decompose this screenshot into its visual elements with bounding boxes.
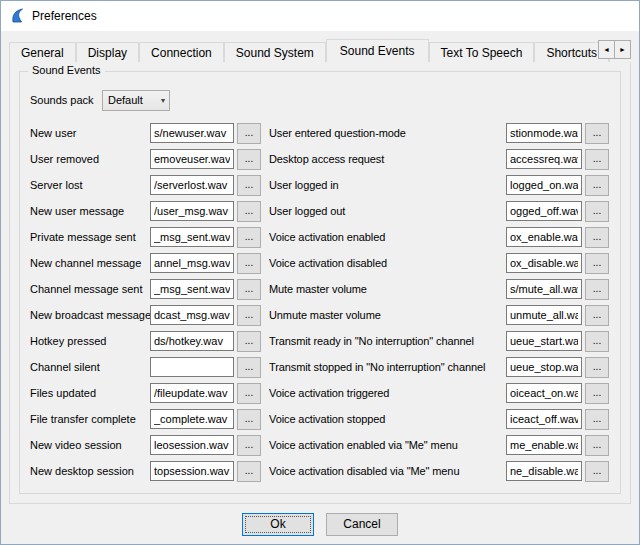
tab-scroll-left-button[interactable]: ◄ [598,40,615,59]
sound-file-input[interactable] [506,461,582,481]
sound-file-input[interactable] [150,279,234,299]
sound-event-row: User removed... [30,146,261,172]
arrow-left-icon: ◄ [603,46,610,53]
browse-button[interactable]: ... [585,331,609,352]
browse-button[interactable]: ... [585,201,609,222]
sound-events-groupbox: Sound Events Sounds pack Default ▾ New u… [19,71,621,494]
sound-event-row: Unmute master volume... [269,302,610,328]
sounds-pack-select[interactable]: Default ▾ [102,90,170,111]
sound-event-row: Channel silent... [30,354,261,380]
browse-button[interactable]: ... [237,279,261,300]
browse-button[interactable]: ... [237,201,261,222]
cancel-button[interactable]: Cancel [326,513,398,536]
sounds-pack-row: Sounds pack Default ▾ [30,88,610,112]
browse-button[interactable]: ... [585,279,609,300]
browse-button[interactable]: ... [585,149,609,170]
sound-event-label: File transfer complete [30,413,150,425]
sound-file-input[interactable] [150,149,234,169]
sound-event-label: New desktop session [30,465,150,477]
sound-file-input[interactable] [150,357,234,377]
tab-sound-system[interactable]: Sound System [224,42,326,62]
browse-button[interactable]: ... [237,357,261,378]
browse-button[interactable]: ... [585,227,609,248]
column-right: User entered question-mode...Desktop acc… [269,120,610,484]
browse-button[interactable]: ... [237,253,261,274]
sound-file-input[interactable] [506,305,582,325]
ok-button[interactable]: Ok [242,513,314,536]
sound-file-input[interactable] [506,123,582,143]
sound-file-input[interactable] [150,461,234,481]
sound-file-input[interactable] [150,435,234,455]
sound-file-input[interactable] [506,357,582,377]
browse-button[interactable]: ... [585,383,609,404]
titlebar[interactable]: Preferences [1,1,639,31]
sound-event-label: Private message sent [30,231,150,243]
sound-file-input[interactable] [150,123,234,143]
sound-file-input[interactable] [150,331,234,351]
sound-event-label: New video session [30,439,150,451]
browse-button[interactable]: ... [237,409,261,430]
tab-general[interactable]: General [9,42,76,62]
browse-button[interactable]: ... [585,305,609,326]
sound-file-input[interactable] [506,383,582,403]
sound-file-input[interactable] [150,253,234,273]
sound-file-input[interactable] [506,149,582,169]
browse-button[interactable]: ... [237,383,261,404]
chevron-down-icon: ▾ [161,96,165,105]
browse-button[interactable]: ... [237,123,261,144]
browse-button[interactable]: ... [585,123,609,144]
sound-event-row: New user message... [30,198,261,224]
browse-button[interactable]: ... [237,227,261,248]
sound-event-label: User logged in [269,179,506,191]
sound-file-input[interactable] [150,383,234,403]
sound-event-row: New channel message... [30,250,261,276]
sound-event-label: Hotkey pressed [30,335,150,347]
tab-sound-events[interactable]: Sound Events [326,39,429,62]
sounds-pack-value: Default [108,94,143,106]
sound-file-input[interactable] [150,201,234,221]
sound-file-input[interactable] [506,435,582,455]
sound-event-label: Voice activation stopped [269,413,506,425]
browse-button[interactable]: ... [237,305,261,326]
sound-event-label: New user [30,127,150,139]
tab-connection[interactable]: Connection [139,42,224,62]
sound-file-input[interactable] [506,175,582,195]
browse-button[interactable]: ... [585,357,609,378]
sound-file-input[interactable] [150,227,234,247]
sound-file-input[interactable] [506,331,582,351]
sound-event-label: Channel silent [30,361,150,373]
sound-event-row: New user... [30,120,261,146]
sound-event-label: New channel message [30,257,150,269]
sound-file-input[interactable] [150,175,234,195]
tab-scroll-right-button[interactable]: ► [614,40,631,59]
browse-button[interactable]: ... [237,175,261,196]
browse-button[interactable]: ... [585,175,609,196]
sound-event-row: Voice activation disabled via "Me" menu.… [269,458,610,484]
browse-button[interactable]: ... [237,149,261,170]
sound-file-input[interactable] [150,409,234,429]
browse-button[interactable]: ... [237,461,261,482]
sound-event-row: Transmit stopped in "No interruption" ch… [269,354,610,380]
sound-file-input[interactable] [150,305,234,325]
browse-button[interactable]: ... [585,409,609,430]
sound-event-row: User entered question-mode... [269,120,610,146]
groupbox-title: Sound Events [28,64,105,76]
sound-event-row: New broadcast message... [30,302,261,328]
sound-file-input[interactable] [506,409,582,429]
sound-event-label: Voice activation disabled via "Me" menu [269,465,506,477]
browse-button[interactable]: ... [585,461,609,482]
dialog-button-bar: Ok Cancel [1,504,639,544]
tab-page-sound-events: Sound Events Sounds pack Default ▾ New u… [9,61,631,504]
sound-file-input[interactable] [506,253,582,273]
sound-file-input[interactable] [506,201,582,221]
browse-button[interactable]: ... [237,435,261,456]
sound-event-label: User entered question-mode [269,127,506,139]
sound-file-input[interactable] [506,279,582,299]
sound-file-input[interactable] [506,227,582,247]
browse-button[interactable]: ... [585,435,609,456]
tab-text-to-speech[interactable]: Text To Speech [429,42,535,62]
browse-button[interactable]: ... [237,331,261,352]
browse-button[interactable]: ... [585,253,609,274]
tab-display[interactable]: Display [76,42,139,62]
sound-event-row: Hotkey pressed... [30,328,261,354]
